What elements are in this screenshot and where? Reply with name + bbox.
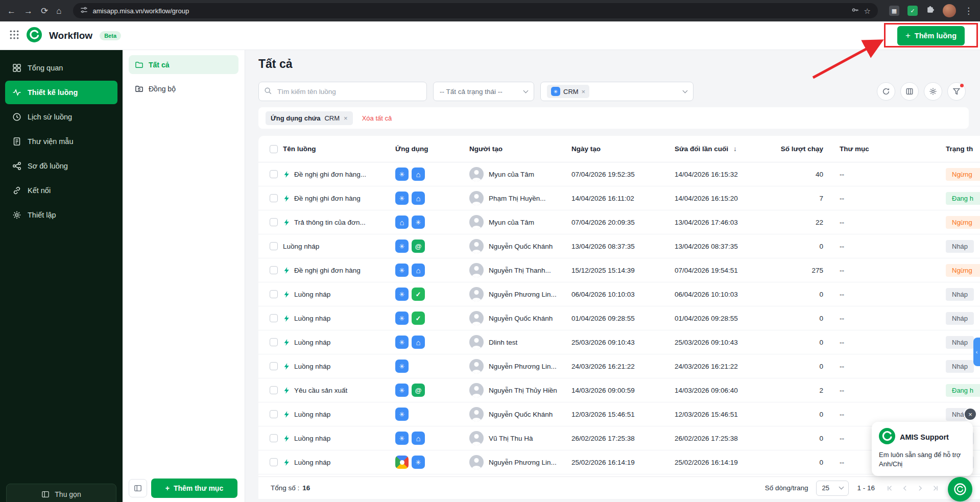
table-row[interactable]: Yêu cầu sản xuất Nguyễn Thị Thủy Hiền 14…: [258, 378, 980, 402]
row-checkbox[interactable]: [270, 194, 278, 202]
back-icon[interactable]: ←: [7, 7, 16, 15]
clear-all-filters-link[interactable]: Xóa tất cả: [362, 114, 392, 122]
col-modified[interactable]: Sửa đổi lần cuối ↓: [675, 145, 772, 153]
sidebar-item-overview[interactable]: Tổng quan: [5, 56, 117, 80]
table-row[interactable]: Luồng nháp Nguyễn Phương Lin... 24/03/20…: [258, 354, 980, 378]
flow-name[interactable]: Yêu cầu sản xuất: [294, 387, 347, 394]
app-header: Workflow Beta + Thêm luồng: [0, 21, 980, 50]
forward-icon[interactable]: →: [24, 7, 33, 15]
support-chat-icon: [953, 482, 967, 496]
flow-name[interactable]: Luồng nháp: [294, 291, 330, 298]
flow-name[interactable]: Luồng nháp: [283, 243, 319, 250]
bookmark-star-icon[interactable]: ☆: [864, 7, 871, 15]
sidebar-item-label: Lịch sử luồng: [28, 113, 72, 121]
flow-name[interactable]: Luồng nháp: [294, 363, 330, 370]
row-checkbox[interactable]: [270, 290, 278, 298]
home-icon[interactable]: ⌂: [56, 7, 61, 15]
prev-page-button[interactable]: [898, 482, 912, 495]
collapse-folder-panel-button[interactable]: [129, 479, 147, 497]
flow-name[interactable]: Đề nghị ghi đơn hàng: [294, 267, 361, 274]
table-row[interactable]: Đề nghị ghi đơn hàng Nguyễn Thị Thanh...…: [258, 258, 980, 282]
flow-name[interactable]: Trả thông tin của đơn...: [294, 219, 366, 226]
folder-item-all[interactable]: Tất cả: [129, 55, 238, 74]
add-folder-button[interactable]: + Thêm thư mục: [151, 479, 237, 498]
remove-filter-icon[interactable]: ×: [344, 115, 348, 122]
browser-menu-icon[interactable]: ⋮: [964, 7, 973, 15]
password-key-icon[interactable]: [851, 6, 859, 16]
filter-button[interactable]: [947, 82, 966, 101]
creator-avatar: [469, 335, 484, 349]
address-bar[interactable]: amisapp.misa.vn/workflow/group ☆: [73, 3, 878, 18]
misa-logo[interactable]: [27, 27, 42, 44]
next-page-button[interactable]: [914, 482, 927, 495]
collapse-sidebar-button[interactable]: Thu gọn: [6, 484, 116, 502]
flow-name[interactable]: Luồng nháp: [294, 459, 330, 466]
sort-desc-icon[interactable]: ↓: [733, 145, 737, 153]
sidebar-item-template-library[interactable]: Thư viện mẫu: [5, 130, 117, 153]
col-runs[interactable]: Số lượt chạy: [772, 145, 830, 153]
row-checkbox[interactable]: [270, 410, 278, 418]
select-all-checkbox[interactable]: [270, 145, 278, 153]
row-checkbox[interactable]: [270, 386, 278, 394]
first-page-button[interactable]: [883, 482, 896, 495]
row-checkbox[interactable]: [270, 218, 278, 226]
sidebar-item-flow-history[interactable]: Lịch sử luồng: [5, 105, 117, 129]
table-row[interactable]: Luồng nháp Nguyễn Quốc Khánh 01/04/2026 …: [258, 306, 980, 330]
row-checkbox[interactable]: [270, 170, 278, 178]
row-checkbox[interactable]: [270, 242, 278, 250]
col-status[interactable]: Trạng th: [936, 145, 980, 153]
flow-name[interactable]: Luồng nháp: [294, 411, 330, 418]
table-row[interactable]: Luồng nháp Nguyễn Quốc Khánh 13/04/2026 …: [258, 234, 980, 258]
app-icons: [395, 384, 469, 397]
extensions-puzzle-icon[interactable]: [926, 6, 935, 16]
row-checkbox[interactable]: [270, 314, 278, 322]
search-input[interactable]: [258, 82, 427, 101]
col-folder[interactable]: Thư mục: [830, 145, 936, 153]
table-row[interactable]: Trả thông tin của đơn... Myun của Tâm 07…: [258, 210, 980, 234]
flow-name[interactable]: Luồng nháp: [294, 435, 330, 442]
side-drawer-toggle[interactable]: ‹: [973, 338, 980, 366]
flow-name[interactable]: Đề nghị ghi đơn hàng: [294, 195, 361, 202]
remove-chip-icon[interactable]: ×: [582, 88, 586, 95]
table-row[interactable]: Đề nghị ghi đơn hàng Phạm Thị Huyền... 1…: [258, 186, 980, 210]
row-checkbox[interactable]: [270, 362, 278, 370]
browser-profile-avatar[interactable]: [943, 4, 956, 17]
row-checkbox[interactable]: [270, 458, 278, 466]
app-launcher-icon[interactable]: [9, 30, 19, 42]
add-flow-button[interactable]: + Thêm luồng: [897, 26, 965, 45]
close-icon[interactable]: ×: [965, 409, 976, 420]
settings-button[interactable]: [924, 82, 942, 101]
col-created[interactable]: Ngày tạo: [571, 145, 675, 153]
table-row[interactable]: Đề nghị ghi đơn hàng... Myun của Tâm 07/…: [258, 162, 980, 186]
flow-name[interactable]: Luồng nháp: [294, 339, 330, 346]
col-apps[interactable]: Ứng dụng: [395, 145, 469, 153]
row-checkbox[interactable]: [270, 338, 278, 346]
row-checkbox[interactable]: [270, 266, 278, 274]
reload-icon[interactable]: ⟳: [41, 7, 48, 15]
sidebar-item-settings[interactable]: Thiết lập: [5, 203, 117, 227]
main-sidebar: Tổng quan Thiết kế luồng Lịch sử luồng T…: [0, 50, 123, 502]
col-creator[interactable]: Người tạo: [469, 145, 571, 153]
site-info-icon[interactable]: [80, 6, 88, 16]
last-page-button[interactable]: [929, 482, 942, 495]
refresh-button[interactable]: [877, 82, 895, 101]
table-row[interactable]: Luồng nháp Nguyễn Phương Lin... 06/04/20…: [258, 282, 980, 306]
status-filter-dropdown[interactable]: -- Tất cả trạng thái --: [433, 82, 534, 101]
support-chat-button[interactable]: [948, 477, 972, 501]
flow-name[interactable]: Luồng nháp: [294, 315, 330, 322]
sidebar-item-connections[interactable]: Kết nối: [5, 179, 117, 202]
row-checkbox[interactable]: [270, 434, 278, 442]
table-row[interactable]: Luồng nháp Dlinh test 25/03/2026 09:10:4…: [258, 330, 980, 354]
table-row[interactable]: Luồng nháp Nguyễn Quốc Khánh 12/03/2026 …: [258, 402, 980, 426]
app-filter-dropdown[interactable]: CRM ×: [540, 82, 694, 101]
column-settings-button[interactable]: [900, 82, 919, 101]
sidebar-item-flow-diagram[interactable]: Sơ đồ luồng: [5, 154, 117, 178]
extension-green-icon[interactable]: ✓: [907, 6, 918, 16]
col-name[interactable]: Tên luồng: [283, 145, 395, 153]
sidebar-item-flow-design[interactable]: Thiết kế luồng: [5, 81, 117, 104]
flow-name[interactable]: Đề nghị ghi đơn hàng...: [294, 171, 366, 178]
folder-item-sync[interactable]: Đồng bộ: [129, 79, 238, 98]
app-icons: [395, 288, 469, 301]
extension-grid-icon[interactable]: ▦: [889, 6, 899, 16]
rows-per-page-select[interactable]: 25: [816, 481, 849, 496]
